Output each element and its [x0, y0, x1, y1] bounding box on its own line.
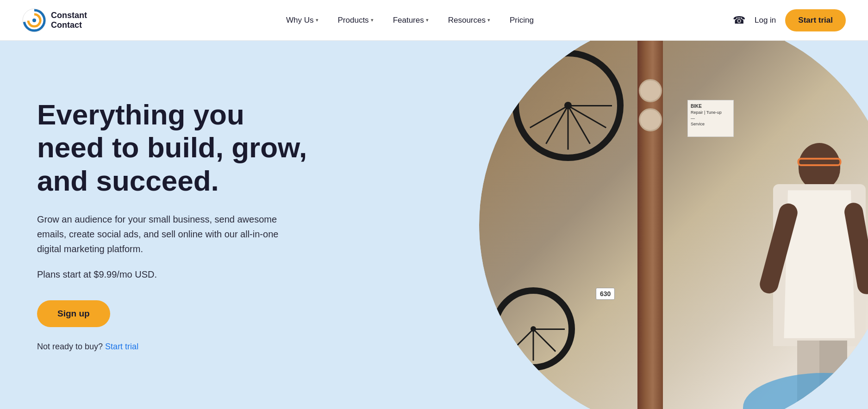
- nav-item-resources[interactable]: Resources ▾: [440, 12, 499, 29]
- chevron-down-icon: ▾: [316, 17, 318, 23]
- shop-sign: BIKE Repair | Tune-up — Service: [687, 100, 734, 137]
- start-trial-button[interactable]: Start trial: [785, 9, 846, 31]
- chevron-down-icon: ▾: [426, 17, 429, 23]
- hero-section: Everything you need to build, grow, and …: [0, 41, 868, 409]
- phone-icon[interactable]: ☎: [733, 14, 745, 26]
- svg-point-1: [32, 19, 36, 22]
- price-tag: 630: [596, 288, 615, 300]
- photo-background: BIKE Repair | Tune-up — Service 630: [479, 41, 868, 409]
- nav-links: Why Us ▾ Products ▾ Features ▾ Resources…: [278, 12, 542, 29]
- nav-item-why-us[interactable]: Why Us ▾: [278, 12, 327, 29]
- logo-icon: [22, 8, 46, 32]
- hero-photo: BIKE Repair | Tune-up — Service 630: [479, 41, 868, 409]
- hero-circle: BIKE Repair | Tune-up — Service 630: [479, 41, 868, 409]
- signup-button[interactable]: Sign up: [37, 300, 110, 327]
- logo[interactable]: Constant Contact: [22, 8, 87, 32]
- hero-subtext: Grow an audience for your small business…: [37, 212, 296, 256]
- not-ready-text: Not ready to buy?: [37, 342, 103, 351]
- trial-text-area: Not ready to buy? Start trial: [37, 342, 315, 352]
- nav-item-features[interactable]: Features ▾: [385, 12, 437, 29]
- navbar: Constant Contact Why Us ▾ Products ▾ Fea…: [0, 0, 868, 41]
- blue-wave-decoration: [743, 373, 868, 409]
- login-link[interactable]: Log in: [755, 16, 776, 25]
- logo-text: Constant Contact: [51, 11, 87, 30]
- hero-headline: Everything you need to build, grow, and …: [37, 98, 315, 197]
- nav-item-products[interactable]: Products ▾: [330, 12, 382, 29]
- hero-content: Everything you need to build, grow, and …: [0, 61, 352, 389]
- hero-image-area: BIKE Repair | Tune-up — Service 630: [347, 41, 868, 409]
- hero-price: Plans start at $9.99/mo USD.: [37, 269, 315, 280]
- nav-right: ☎ Log in Start trial: [733, 9, 846, 31]
- bike-wheel-large: [512, 50, 624, 161]
- chevron-down-icon: ▾: [371, 17, 374, 23]
- bike-wheel-small: [492, 287, 575, 371]
- chevron-down-icon: ▾: [487, 17, 490, 23]
- nav-item-pricing[interactable]: Pricing: [501, 12, 542, 29]
- start-trial-link[interactable]: Start trial: [105, 342, 138, 351]
- person-figure: [764, 137, 868, 409]
- column-pillar: [637, 41, 663, 409]
